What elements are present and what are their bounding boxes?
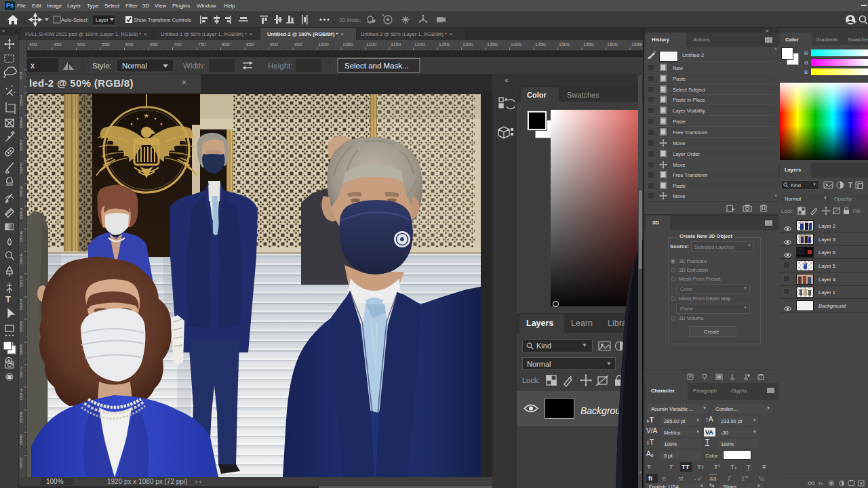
svg-text:Height:: Height:	[268, 62, 292, 70]
svg-text:1000: 1000	[318, 42, 329, 47]
svg-text:150: 150	[20, 117, 23, 129]
svg-text:850: 850	[20, 434, 23, 446]
svg-text:700: 700	[20, 366, 23, 378]
svg-text:1600: 1600	[607, 42, 618, 47]
svg-text:1400: 1400	[511, 42, 521, 47]
svg-text:1100: 1100	[366, 42, 376, 47]
svg-text:Layer: Layer	[96, 17, 108, 23]
svg-text:550: 550	[102, 42, 110, 47]
svg-text:200: 200	[20, 140, 23, 152]
svg-text:900: 900	[270, 42, 278, 47]
svg-text:Width:: Width:	[183, 62, 205, 70]
svg-text:500: 500	[77, 42, 85, 47]
svg-text:1250: 1250	[439, 42, 450, 47]
svg-text:x: x	[31, 61, 35, 70]
svg-text:650: 650	[20, 344, 23, 356]
svg-text:750: 750	[198, 42, 206, 47]
svg-text:900: 900	[20, 457, 23, 469]
svg-text:Auto-Select:: Auto-Select:	[61, 17, 89, 23]
svg-text:1200: 1200	[414, 42, 425, 47]
svg-text:800: 800	[20, 411, 23, 424]
svg-text:T: T	[848, 182, 852, 189]
svg-text:600: 600	[20, 321, 23, 333]
svg-text:1500: 1500	[559, 42, 570, 47]
svg-text:1450: 1450	[535, 42, 546, 47]
svg-text:550: 550	[20, 298, 23, 310]
svg-text:fx: fx	[818, 481, 823, 487]
svg-text:450: 450	[20, 253, 23, 265]
svg-text:400: 400	[29, 42, 37, 47]
svg-text:Normal: Normal	[122, 62, 147, 70]
svg-text:600: 600	[125, 42, 134, 47]
svg-text:650: 650	[150, 42, 158, 47]
svg-text:400: 400	[20, 230, 23, 243]
svg-text:500: 500	[20, 275, 23, 287]
svg-text:3D Mode:: 3D Mode:	[339, 17, 361, 23]
svg-text:850: 850	[246, 42, 254, 47]
svg-text:750: 750	[20, 388, 23, 401]
svg-text:700: 700	[174, 42, 182, 47]
svg-text:1150: 1150	[391, 42, 401, 47]
svg-text:100: 100	[20, 94, 23, 106]
svg-text:1550: 1550	[583, 42, 594, 47]
svg-text:1300: 1300	[462, 42, 473, 47]
svg-text:250: 250	[20, 162, 23, 174]
svg-text:450: 450	[54, 42, 62, 47]
svg-text:Show Transform Controls: Show Transform Controls	[134, 17, 191, 23]
svg-text:T: T	[5, 294, 11, 304]
svg-text:800: 800	[222, 42, 230, 47]
svg-text:Style:: Style:	[92, 62, 112, 70]
svg-text:300: 300	[20, 185, 23, 197]
svg-text:1050: 1050	[342, 42, 353, 47]
svg-text:50: 50	[20, 71, 23, 80]
svg-text:1350: 1350	[487, 42, 498, 47]
svg-text:350: 350	[20, 207, 23, 220]
svg-text:950: 950	[294, 42, 302, 47]
svg-text:Select and Mask...: Select and Mask...	[344, 62, 409, 70]
